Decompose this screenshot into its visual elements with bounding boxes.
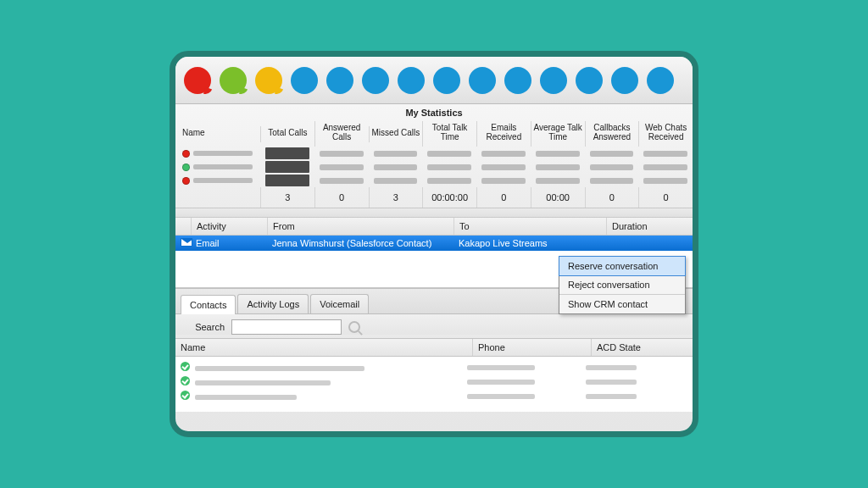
- statistics-header-row: NameTotal CallsAnswered CallsMissed Call…: [175, 121, 693, 147]
- toolbar-dot-0[interactable]: [184, 67, 211, 94]
- toolbar-dot-13[interactable]: [647, 67, 674, 94]
- stats-total-0: [175, 192, 260, 202]
- activity-header-row: ActivityFromToDuration: [175, 217, 693, 236]
- status-dot: [182, 177, 190, 185]
- activity-duration: [606, 236, 693, 251]
- stats-total-4: 00:00:00: [422, 187, 476, 208]
- tab-contacts[interactable]: Contacts: [181, 295, 236, 314]
- stats-total-6: 00:00: [531, 187, 585, 208]
- statistics-totals-row: 30300:00:00000:0000: [175, 187, 693, 208]
- toolbar-dot-2[interactable]: [255, 67, 282, 94]
- toolbar-dot-11[interactable]: [576, 67, 603, 94]
- statistics-panel: My Statistics NameTotal CallsAnswered Ca…: [175, 104, 693, 208]
- activity-header-3: To: [453, 218, 606, 235]
- status-dot: [182, 150, 190, 158]
- status-dot: [182, 164, 190, 171]
- stats-header-4: Total Talk Time: [422, 121, 476, 147]
- contact-row[interactable]: [175, 389, 693, 403]
- context-menu: Reserve conversationReject conversationS…: [559, 256, 686, 314]
- context-menu-item[interactable]: Reject conversation: [559, 275, 685, 295]
- toolbar-dot-12[interactable]: [611, 67, 638, 94]
- stats-header-7: Callbacks Answered: [585, 121, 639, 147]
- tab-activity-logs[interactable]: Activity Logs: [237, 294, 309, 313]
- stats-row: [175, 160, 693, 174]
- activity-header-0: [175, 218, 191, 235]
- activity-from: Jenna Wimshurst (Salesforce Contact): [267, 236, 453, 251]
- contact-row[interactable]: [175, 360, 693, 374]
- stats-header-8: Web Chats Received: [638, 121, 693, 147]
- stats-header-2: Answered Calls: [314, 121, 369, 147]
- toolbar-dot-9[interactable]: [504, 67, 531, 94]
- tab-body: Search: [175, 313, 693, 335]
- toolbar-dot-3[interactable]: [291, 67, 318, 94]
- check-icon: [181, 376, 190, 385]
- stats-row: [175, 147, 693, 160]
- toolbar-dot-6[interactable]: [398, 67, 425, 94]
- activity-row-selected[interactable]: Email Jenna Wimshurst (Salesforce Contac…: [175, 236, 693, 251]
- contacts-list: [175, 357, 693, 412]
- contacts-header-row: NamePhoneACD State: [175, 338, 693, 357]
- stats-header-1: Total Calls: [260, 126, 314, 142]
- stats-header-0: Name: [175, 126, 260, 142]
- activity-to: Kakapo Live Streams: [453, 236, 606, 251]
- activity-header-4: Duration: [606, 218, 693, 235]
- context-menu-item[interactable]: Show CRM contact: [559, 295, 685, 313]
- toolbar-dot-1[interactable]: [220, 67, 247, 94]
- search-label: Search: [184, 322, 225, 332]
- toolbar: [175, 57, 693, 104]
- mail-icon: [175, 236, 191, 251]
- stats-total-3: 3: [369, 187, 423, 208]
- activity-header-1: Activity: [191, 218, 267, 235]
- contacts-header-0: Name: [175, 339, 472, 356]
- stats-total-1: 3: [260, 187, 314, 208]
- search-icon[interactable]: [348, 321, 360, 333]
- toolbar-dot-4[interactable]: [326, 67, 353, 94]
- search-input[interactable]: [231, 319, 342, 335]
- toolbar-dot-7[interactable]: [433, 67, 460, 94]
- tab-voicemail[interactable]: Voicemail: [310, 294, 369, 313]
- app-window: My Statistics NameTotal CallsAnswered Ca…: [170, 51, 698, 437]
- context-menu-item[interactable]: Reserve conversation: [559, 256, 686, 276]
- contacts-header-2: ACD State: [591, 339, 693, 356]
- contact-row[interactable]: [175, 374, 693, 389]
- toolbar-dot-5[interactable]: [362, 67, 389, 94]
- toolbar-dot-10[interactable]: [540, 67, 567, 94]
- check-icon: [181, 391, 190, 400]
- stats-header-6: Average Talk Time: [531, 121, 585, 147]
- stats-header-3: Missed Calls: [369, 126, 423, 142]
- activity-type: Email: [191, 236, 267, 251]
- stats-total-2: 0: [314, 187, 369, 208]
- stats-total-8: 0: [638, 187, 693, 208]
- stats-row: [175, 174, 693, 187]
- stats-total-7: 0: [585, 187, 639, 208]
- check-icon: [181, 362, 190, 371]
- statistics-title: My Statistics: [175, 104, 693, 121]
- contacts-header-1: Phone: [472, 339, 591, 356]
- stats-header-5: Emails Received: [476, 121, 531, 147]
- toolbar-dot-8[interactable]: [469, 67, 496, 94]
- activity-header-2: From: [267, 218, 453, 235]
- stats-total-5: 0: [476, 187, 531, 208]
